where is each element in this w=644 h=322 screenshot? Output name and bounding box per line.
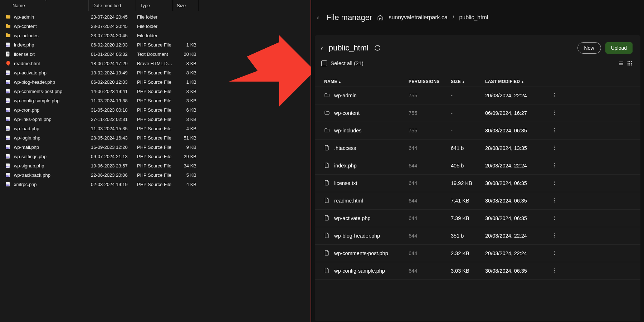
svg-point-60 bbox=[554, 130, 555, 130]
php-icon: PHP bbox=[5, 135, 11, 141]
file-size: 641 b bbox=[451, 145, 485, 151]
local-file-row[interactable]: wp-content23-07-2024 20:45File folder bbox=[0, 21, 311, 31]
file-name: readme.html bbox=[334, 198, 363, 204]
file-icon bbox=[324, 268, 330, 274]
remote-file-row[interactable]: index.php644405 b20/03/2024, 22:24 bbox=[315, 157, 640, 175]
local-file-row[interactable]: PHPwp-comments-post.php14-06-2023 19:41P… bbox=[0, 87, 311, 96]
remote-file-row[interactable]: .htaccess644641 b28/08/2024, 13:35 bbox=[315, 140, 640, 157]
row-actions-icon[interactable] bbox=[549, 162, 557, 169]
local-col-date[interactable]: Date modified bbox=[88, 0, 136, 11]
svg-rect-49 bbox=[631, 63, 632, 64]
remote-file-row[interactable]: license.txt64419.92 KB30/08/2024, 06:35 bbox=[315, 175, 640, 192]
file-date: 06-02-2020 12:03 bbox=[88, 42, 136, 48]
back-button[interactable]: ‹ bbox=[315, 12, 321, 24]
local-col-size[interactable]: Size bbox=[173, 0, 199, 11]
local-file-row[interactable]: PHPxmlrpc.php02-03-2024 19:19PHP Source … bbox=[0, 180, 311, 189]
row-actions-icon[interactable] bbox=[549, 92, 557, 99]
view-list-icon[interactable] bbox=[618, 60, 624, 66]
remote-col-name[interactable]: NAME bbox=[323, 79, 409, 84]
svg-point-64 bbox=[554, 149, 555, 150]
view-grid-icon[interactable] bbox=[627, 60, 633, 66]
file-name: .htaccess bbox=[334, 145, 356, 151]
local-file-row[interactable]: PHPwp-cron.php31-05-2023 00:18PHP Source… bbox=[0, 105, 311, 114]
file-perm: 644 bbox=[409, 233, 451, 239]
svg-point-72 bbox=[554, 200, 555, 200]
remote-file-row[interactable]: wp-admin755-20/03/2024, 22:24 bbox=[315, 87, 640, 104]
upload-button[interactable]: Upload bbox=[605, 42, 633, 54]
local-file-row[interactable]: wp-includes23-07-2024 20:45File folder bbox=[0, 31, 311, 40]
file-perm: 644 bbox=[409, 163, 451, 169]
refresh-icon[interactable] bbox=[374, 45, 381, 51]
file-date: 19-06-2023 23:57 bbox=[88, 163, 136, 169]
local-file-row[interactable]: PHPwp-trackback.php22-06-2023 20:06PHP S… bbox=[0, 170, 311, 180]
row-actions-icon[interactable] bbox=[549, 110, 557, 117]
select-all-checkbox[interactable] bbox=[321, 60, 327, 66]
remote-file-row[interactable]: wp-config-sample.php6443.03 KB30/08/2024… bbox=[315, 262, 640, 280]
file-name: license.txt bbox=[14, 52, 35, 57]
select-all-label[interactable]: Select all (21) bbox=[331, 60, 364, 66]
remote-file-row[interactable]: wp-includes755-30/08/2024, 06:35 bbox=[315, 122, 640, 140]
php-icon: PHP bbox=[5, 153, 11, 159]
remote-file-row[interactable]: wp-content755-06/09/2024, 16:27 bbox=[315, 104, 640, 122]
local-file-row[interactable]: PHPwp-activate.php13-02-2024 19:49PHP So… bbox=[0, 68, 311, 77]
file-type: Brave HTML Docu… bbox=[136, 61, 174, 66]
remote-col-mod[interactable]: LAST MODIFIED bbox=[485, 79, 549, 84]
panel-back-button[interactable]: ‹ bbox=[321, 44, 323, 52]
local-file-row[interactable]: PHPwp-load.php11-03-2024 15:35PHP Source… bbox=[0, 124, 311, 133]
svg-text:PHP: PHP bbox=[6, 110, 9, 112]
svg-rect-3 bbox=[6, 52, 9, 56]
file-type: File folder bbox=[136, 33, 174, 38]
row-actions-icon[interactable] bbox=[549, 268, 557, 274]
local-col-type[interactable]: Type bbox=[136, 0, 173, 11]
file-name: wp-content bbox=[14, 24, 37, 29]
local-file-row[interactable]: readme.html18-06-2024 17:29Brave HTML Do… bbox=[0, 59, 311, 68]
file-name: wp-mail.php bbox=[14, 145, 39, 150]
php-icon: PHP bbox=[5, 144, 11, 150]
local-file-row[interactable]: PHPwp-signup.php19-06-2023 23:57PHP Sour… bbox=[0, 161, 311, 170]
breadcrumb-root[interactable]: sunnyvaletrailerpark.ca bbox=[389, 14, 448, 21]
row-actions-icon[interactable] bbox=[549, 250, 557, 257]
row-actions-icon[interactable] bbox=[549, 180, 557, 187]
new-button[interactable]: New bbox=[577, 42, 601, 54]
local-file-row[interactable]: PHPindex.php06-02-2020 12:03PHP Source F… bbox=[0, 40, 311, 49]
file-perm: 644 bbox=[409, 145, 451, 151]
breadcrumb: ‹ File manager sunnyvaletrailerpark.ca /… bbox=[311, 0, 644, 35]
file-name: wp-content bbox=[334, 110, 360, 116]
remote-file-row[interactable]: wp-comments-post.php6442.32 KB20/03/2024… bbox=[315, 245, 640, 262]
remote-file-row[interactable]: wp-activate.php6447.39 KB30/08/2024, 06:… bbox=[315, 210, 640, 227]
row-actions-icon[interactable] bbox=[549, 145, 557, 152]
file-size: 2.32 KB bbox=[451, 250, 485, 256]
file-size: 7.39 KB bbox=[451, 215, 485, 221]
remote-file-row[interactable]: wp-blog-header.php644351 b20/03/2024, 22… bbox=[315, 227, 640, 245]
svg-text:PHP: PHP bbox=[6, 175, 9, 177]
row-actions-icon[interactable] bbox=[549, 127, 557, 134]
local-col-name[interactable]: Name bbox=[0, 0, 88, 11]
file-perm: 644 bbox=[409, 268, 451, 274]
svg-rect-51 bbox=[629, 64, 630, 65]
remote-col-size[interactable]: SIZE bbox=[451, 79, 485, 84]
file-type: PHP Source File bbox=[136, 126, 174, 131]
row-actions-icon[interactable] bbox=[549, 233, 557, 239]
row-actions-icon[interactable] bbox=[549, 215, 557, 222]
file-name: index.php bbox=[334, 163, 357, 169]
file-name: index.php bbox=[14, 42, 34, 48]
local-file-row[interactable]: PHPwp-config-sample.php11-03-2024 19:38P… bbox=[0, 96, 311, 105]
home-icon[interactable] bbox=[377, 14, 384, 21]
local-file-row[interactable]: PHPwp-links-opml.php27-11-2022 02:31PHP … bbox=[0, 114, 311, 124]
file-perm: 644 bbox=[409, 250, 451, 256]
row-actions-icon[interactable] bbox=[549, 197, 557, 204]
file-name: wp-config-sample.php bbox=[334, 268, 385, 274]
file-date: 06-02-2020 12:03 bbox=[88, 79, 136, 85]
local-file-row[interactable]: wp-admin23-07-2024 20:45File folder bbox=[0, 12, 311, 21]
php-icon: PHP bbox=[5, 126, 11, 131]
local-file-row[interactable]: license.txt01-01-2024 05:32Text Document… bbox=[0, 49, 311, 59]
remote-file-row[interactable]: readme.html6447.41 KB30/08/2024, 06:35 bbox=[315, 192, 640, 210]
local-file-row[interactable]: PHPwp-mail.php16-09-2023 12:20PHP Source… bbox=[0, 142, 311, 152]
local-file-row[interactable]: PHPwp-blog-header.php06-02-2020 12:03PHP… bbox=[0, 77, 311, 87]
file-type: File folder bbox=[136, 14, 174, 20]
file-size: - bbox=[451, 110, 485, 116]
local-file-row[interactable]: PHPwp-settings.php09-07-2024 21:13PHP So… bbox=[0, 152, 311, 161]
remote-col-perm[interactable]: PERMISSIONS bbox=[409, 79, 451, 84]
breadcrumb-current[interactable]: public_html bbox=[459, 14, 488, 21]
local-file-row[interactable]: PHPwp-login.php28-05-2024 16:43PHP Sourc… bbox=[0, 133, 311, 142]
